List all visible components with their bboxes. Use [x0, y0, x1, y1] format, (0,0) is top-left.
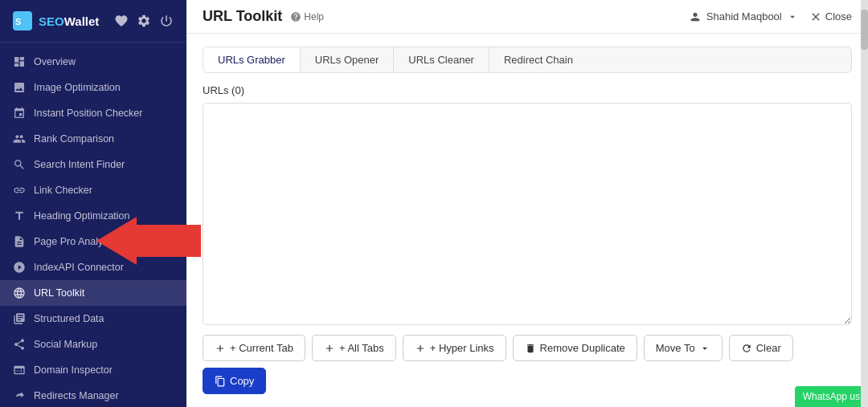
sidebar-item-page-pro-analyzer[interactable]: Page Pro Analyzer	[0, 229, 186, 254]
hyper-links-button[interactable]: + Hyper Links	[403, 335, 506, 361]
tab-urls-opener[interactable]: URLs Opener	[301, 47, 394, 72]
structured-data-icon	[13, 312, 26, 325]
sidebar-header: S SEOWallet	[0, 0, 186, 43]
heading-icon	[13, 210, 26, 222]
image-icon	[13, 81, 26, 94]
tab-urls-cleaner[interactable]: URLs Cleaner	[394, 47, 489, 72]
sidebar-item-overview[interactable]: Overview	[0, 49, 186, 75]
app-logo-text: SEOWallet	[39, 14, 99, 28]
sidebar-item-label: Heading Optimization	[34, 210, 130, 222]
refresh-icon	[741, 343, 752, 354]
tab-bar: URLs Grabber URLs Opener URLs Cleaner Re…	[203, 47, 852, 73]
url-toolkit-icon	[13, 287, 26, 299]
search-intent-icon	[13, 158, 26, 171]
page-analyzer-icon	[13, 235, 26, 248]
remove-duplicate-icon	[525, 343, 536, 354]
user-name: Shahid Maqbool	[706, 10, 782, 22]
chevron-down-icon	[787, 11, 798, 22]
header-right: Shahid Maqbool Close	[689, 10, 852, 23]
seo-wallet-logo-icon: S	[13, 11, 32, 31]
sidebar-header-actions	[114, 14, 174, 28]
sidebar-item-rank-comparison[interactable]: Rank Comparison	[0, 126, 186, 152]
sidebar-item-indexapi-connector[interactable]: IndexAPI Connector	[0, 254, 186, 280]
sidebar-item-label: Instant Position Checker	[34, 108, 143, 119]
help-icon	[290, 11, 301, 22]
copy-icon	[215, 376, 226, 387]
sidebar-nav: Overview Image Optimization Instant Posi…	[0, 43, 186, 407]
action-bar: + Current Tab + All Tabs + Hyper Links R…	[203, 335, 852, 394]
main-header: URL Toolkit Help Shahid Maqbool Close	[186, 0, 868, 34]
rank-comparison-icon	[13, 132, 26, 145]
redirects-icon	[13, 389, 26, 402]
heart-icon[interactable]	[114, 14, 129, 28]
sidebar-item-label: Redirects Manager	[34, 390, 119, 401]
sidebar-item-label: Link Checker	[34, 185, 92, 196]
close-icon	[809, 10, 822, 23]
scrollbar-thumb[interactable]	[861, 10, 868, 50]
sidebar-item-label: Image Optimization	[34, 82, 121, 93]
power-icon[interactable]	[159, 14, 174, 28]
sidebar-item-structured-data[interactable]: Structured Data	[0, 306, 186, 332]
help-label: Help	[304, 11, 324, 22]
sidebar-item-domain-inspector[interactable]: Domain Inspector	[0, 357, 186, 383]
sidebar-item-label: URL Toolkit	[34, 287, 84, 299]
settings-icon[interactable]	[137, 14, 151, 28]
remove-duplicate-label: Remove Duplicate	[540, 342, 625, 354]
svg-text:S: S	[15, 17, 21, 26]
sidebar-item-heading-optimization[interactable]: Heading Optimization	[0, 203, 186, 229]
plus-icon	[215, 343, 226, 354]
help-link[interactable]: Help	[290, 11, 324, 22]
sidebar-item-social-markup[interactable]: Social Markup	[0, 332, 186, 357]
remove-duplicate-button[interactable]: Remove Duplicate	[513, 335, 637, 361]
move-to-button[interactable]: Move To	[644, 335, 723, 361]
sidebar-item-label: Social Markup	[34, 339, 97, 350]
close-label: Close	[825, 10, 852, 22]
sidebar-item-search-intent-finder[interactable]: Search Intent Finder	[0, 152, 186, 177]
tab-redirect-chain[interactable]: Redirect Chain	[489, 47, 588, 72]
main-panel: URL Toolkit Help Shahid Maqbool Close UR…	[186, 0, 868, 407]
plus-icon-3	[415, 343, 426, 354]
copy-label: Copy	[230, 375, 254, 387]
all-tabs-button[interactable]: + All Tabs	[312, 335, 396, 361]
domain-inspector-icon	[13, 364, 26, 376]
chevron-down-icon-2	[699, 343, 710, 354]
sidebar-item-url-toolkit[interactable]: URL Toolkit	[0, 280, 186, 306]
page-title: URL Toolkit	[203, 8, 282, 25]
link-checker-icon	[13, 184, 26, 197]
all-tabs-label: + All Tabs	[339, 342, 384, 354]
current-tab-button[interactable]: + Current Tab	[203, 335, 305, 361]
social-markup-icon	[13, 338, 26, 351]
current-tab-label: + Current Tab	[230, 342, 293, 354]
urls-count: URLs (0)	[203, 84, 852, 96]
clear-button[interactable]: Clear	[729, 335, 793, 361]
close-button[interactable]: Close	[809, 10, 852, 23]
sidebar-item-label: IndexAPI Connector	[34, 262, 124, 273]
sidebar-item-label: Search Intent Finder	[34, 159, 125, 170]
sidebar-item-label: Domain Inspector	[34, 364, 113, 376]
sidebar-item-label: Rank Comparison	[34, 133, 114, 144]
clear-label: Clear	[756, 342, 781, 354]
sidebar-item-label: Overview	[34, 56, 76, 67]
sidebar-item-redirects-manager[interactable]: Redirects Manager	[0, 383, 186, 407]
copy-button[interactable]: Copy	[203, 368, 266, 394]
position-checker-icon	[13, 107, 26, 120]
scrollbar[interactable]	[861, 0, 868, 407]
tab-urls-grabber[interactable]: URLs Grabber	[203, 47, 301, 72]
sidebar: S SEOWallet Overview Image Optimization …	[0, 0, 186, 407]
sidebar-item-image-optimization[interactable]: Image Optimization	[0, 75, 186, 100]
indexapi-icon	[13, 261, 26, 274]
main-content: URLs Grabber URLs Opener URLs Cleaner Re…	[186, 34, 868, 407]
move-to-label: Move To	[656, 342, 695, 354]
sidebar-item-label: Structured Data	[34, 313, 104, 324]
sidebar-item-instant-position-checker[interactable]: Instant Position Checker	[0, 100, 186, 126]
overview-icon	[13, 55, 26, 68]
url-input[interactable]	[203, 103, 852, 325]
user-info[interactable]: Shahid Maqbool	[689, 10, 798, 23]
sidebar-item-label: Page Pro Analyzer	[34, 236, 117, 247]
whatsapp-button[interactable]: WhatsApp us	[795, 386, 868, 407]
sidebar-item-link-checker[interactable]: Link Checker	[0, 177, 186, 203]
user-icon	[689, 10, 702, 23]
plus-icon-2	[324, 343, 335, 354]
hyper-links-label: + Hyper Links	[430, 342, 494, 354]
